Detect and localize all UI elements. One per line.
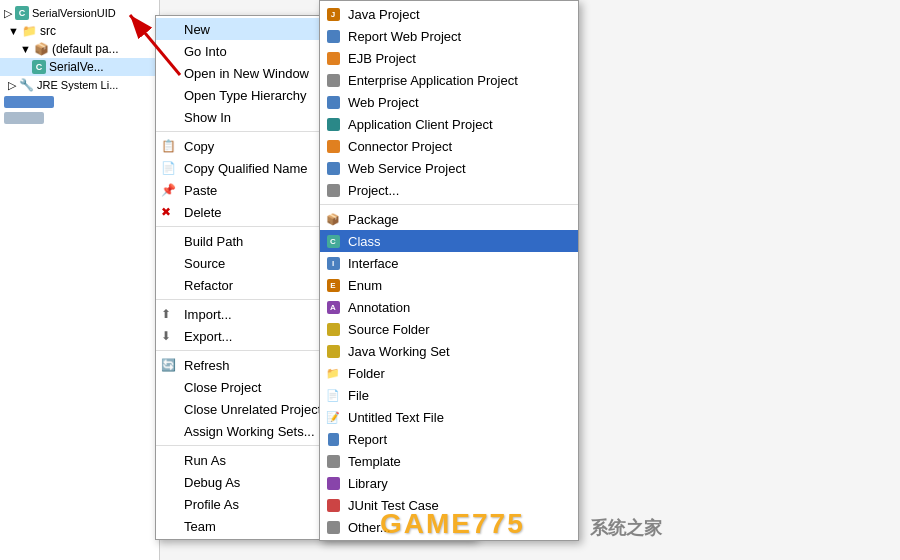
package-explorer: ▷ C SerialVersionUID ▼ 📁 src ▼ 📦 (defaul… <box>0 0 160 560</box>
menu-label: Assign Working Sets... <box>184 424 315 439</box>
submenu-label: Enterprise Application Project <box>348 73 518 88</box>
tree-item-src[interactable]: ▼ 📁 src <box>0 22 159 40</box>
submenu-label: Web Service Project <box>348 161 466 176</box>
tree-item-serialversionuid[interactable]: ▷ C SerialVersionUID <box>0 4 159 22</box>
text-file-icon: 📝 <box>325 409 341 425</box>
tree-label: src <box>40 24 56 38</box>
submenu-package[interactable]: 📦 Package <box>320 208 578 230</box>
menu-label: Open in New Window <box>184 66 309 81</box>
class-icon: C <box>325 233 341 249</box>
submenu-label: Connector Project <box>348 139 452 154</box>
submenu-label: Report <box>348 432 387 447</box>
refresh-icon: 🔄 <box>161 358 176 372</box>
file-icon: 📄 <box>325 387 341 403</box>
submenu-label: Interface <box>348 256 399 271</box>
report-icon <box>325 431 341 447</box>
menu-label: New <box>184 22 210 37</box>
menu-label: Show In <box>184 110 231 125</box>
submenu-file[interactable]: 📄 File <box>320 384 578 406</box>
submenu-connector[interactable]: Connector Project <box>320 135 578 157</box>
submenu-label: Template <box>348 454 401 469</box>
menu-label: Close Unrelated Projects <box>184 402 328 417</box>
expand-icon: ▼ <box>20 43 31 55</box>
menu-label: Delete <box>184 205 222 220</box>
expand-icon: ▷ <box>4 7 12 20</box>
project-icon <box>325 182 341 198</box>
submenu-sep-1 <box>320 204 578 205</box>
submenu-label: Java Working Set <box>348 344 450 359</box>
junit-icon <box>325 497 341 513</box>
delete-icon: ✖ <box>161 205 171 219</box>
tree-label: JRE System Li... <box>37 79 118 91</box>
menu-label: Open Type Hierarchy <box>184 88 307 103</box>
submenu-label: Java Project <box>348 7 420 22</box>
annotation-icon: A <box>325 299 341 315</box>
submenu-report[interactable]: Report <box>320 428 578 450</box>
submenu-enterprise-app[interactable]: Enterprise Application Project <box>320 69 578 91</box>
report-web-icon <box>325 28 341 44</box>
web-icon <box>325 94 341 110</box>
menu-label: Debug As <box>184 475 240 490</box>
working-set-icon <box>325 343 341 359</box>
package-icon: 📦 <box>34 42 49 56</box>
submenu-java-working-set[interactable]: Java Working Set <box>320 340 578 362</box>
submenu-label: Folder <box>348 366 385 381</box>
collapsed-item2 <box>4 112 44 124</box>
submenu-web-project[interactable]: Web Project <box>320 91 578 113</box>
submenu-untitled-text[interactable]: 📝 Untitled Text File <box>320 406 578 428</box>
submenu-web-service[interactable]: Web Service Project <box>320 157 578 179</box>
submenu-folder[interactable]: 📁 Folder <box>320 362 578 384</box>
tree-item-1[interactable] <box>0 94 159 110</box>
tree-label: SerialVe... <box>49 60 104 74</box>
tree-item-default-package[interactable]: ▼ 📦 (default pa... <box>0 40 159 58</box>
submenu-label: Class <box>348 234 381 249</box>
submenu-label: Enum <box>348 278 382 293</box>
copy-icon: 📋 <box>161 139 176 153</box>
tree-item-serialve[interactable]: C SerialVe... <box>0 58 159 76</box>
template-icon <box>325 453 341 469</box>
submenu-annotation[interactable]: A Annotation <box>320 296 578 318</box>
submenu-project[interactable]: Project... <box>320 179 578 201</box>
source-folder-icon <box>325 321 341 337</box>
submenu-ejb-project[interactable]: EJB Project <box>320 47 578 69</box>
ejb-icon <box>325 50 341 66</box>
menu-label: Paste <box>184 183 217 198</box>
submenu-label: EJB Project <box>348 51 416 66</box>
submenu-label: Application Client Project <box>348 117 493 132</box>
submenu-library[interactable]: Library <box>320 472 578 494</box>
submenu-label: Source Folder <box>348 322 430 337</box>
tree-label: SerialVersionUID <box>32 7 116 19</box>
watermark-game775: GAME775 <box>380 508 525 540</box>
menu-label: Copy <box>184 139 214 154</box>
copy-qual-icon: 📄 <box>161 161 176 175</box>
menu-label: Team <box>184 519 216 534</box>
menu-label: Profile As <box>184 497 239 512</box>
tree-label: (default pa... <box>52 42 119 56</box>
paste-icon: 📌 <box>161 183 176 197</box>
submenu-source-folder[interactable]: Source Folder <box>320 318 578 340</box>
class-icon: C <box>32 60 46 74</box>
expand-icon: ▷ <box>8 79 16 92</box>
submenu-new: J Java Project Report Web Project EJB Pr… <box>319 0 579 541</box>
web-service-icon <box>325 160 341 176</box>
tree-item-jre[interactable]: ▷ 🔧 JRE System Li... <box>0 76 159 94</box>
library-icon: 🔧 <box>19 78 34 92</box>
interface-icon: I <box>325 255 341 271</box>
java-project-icon: J <box>325 6 341 22</box>
expand-icon: ▼ <box>8 25 19 37</box>
submenu-interface[interactable]: I Interface <box>320 252 578 274</box>
submenu-enum[interactable]: E Enum <box>320 274 578 296</box>
submenu-label: File <box>348 388 369 403</box>
submenu-template[interactable]: Template <box>320 450 578 472</box>
enum-icon: E <box>325 277 341 293</box>
submenu-label: Web Project <box>348 95 419 110</box>
menu-label: Refresh <box>184 358 230 373</box>
tree-item-2[interactable] <box>0 110 159 126</box>
submenu-class[interactable]: C Class <box>320 230 578 252</box>
folder-icon: 📁 <box>325 365 341 381</box>
submenu-app-client[interactable]: Application Client Project <box>320 113 578 135</box>
submenu-java-project[interactable]: J Java Project <box>320 3 578 25</box>
submenu-report-web-project[interactable]: Report Web Project <box>320 25 578 47</box>
package-icon: 📦 <box>325 211 341 227</box>
app-client-icon <box>325 116 341 132</box>
